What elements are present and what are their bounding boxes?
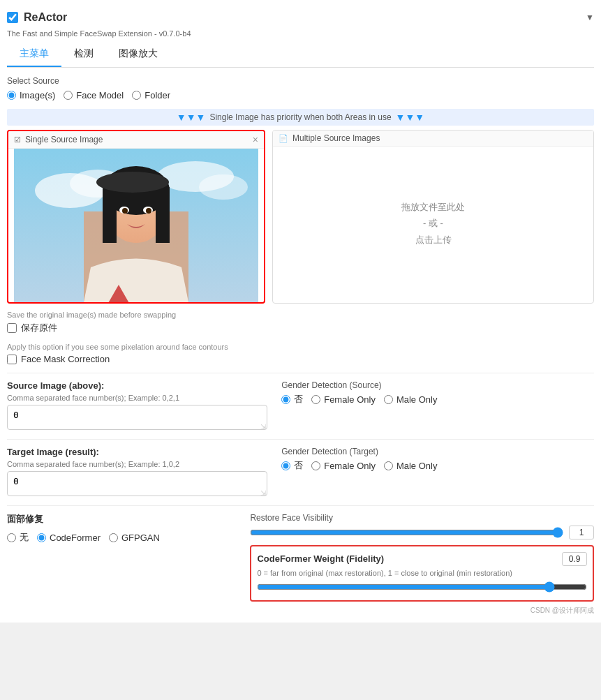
app-container: ReActor ▼ The Fast and Simple FaceSwap E… xyxy=(0,0,601,623)
source-gender-female-label: Female Only xyxy=(324,394,376,405)
app-subtitle: The Fast and Simple FaceSwap Extension -… xyxy=(7,28,594,42)
source-images-label: Image(s) xyxy=(20,90,55,100)
svg-rect-9 xyxy=(156,187,170,243)
upload-text-line2: - 或 - xyxy=(423,215,443,231)
divider-1 xyxy=(7,373,594,373)
arrow-left-icon: ▼▼▼ xyxy=(177,112,206,123)
tab-bar: 主菜单 检测 图像放大 xyxy=(7,42,594,68)
multiple-source-header: 📄 Multiple Source Images xyxy=(273,131,593,147)
source-gender-no[interactable]: 否 xyxy=(281,393,303,405)
source-image-row: Source Image (above): Comma separated fa… xyxy=(7,380,594,432)
file-icon: 📄 xyxy=(279,134,288,143)
svg-point-14 xyxy=(146,208,151,214)
codeformer-value: 0.9 xyxy=(562,552,587,566)
app-title: ReActor xyxy=(24,11,67,24)
single-source-label: Single Source Image xyxy=(25,135,103,144)
tab-upscale[interactable]: 图像放大 xyxy=(106,42,170,67)
codeformer-weight-slider[interactable] xyxy=(257,581,587,593)
target-image-row: Target Image (result): Comma separated f… xyxy=(7,447,594,498)
source-image-left: Source Image (above): Comma separated fa… xyxy=(7,380,267,432)
svg-rect-8 xyxy=(103,187,117,243)
arrow-right-icon: ▼▼▼ xyxy=(396,112,425,123)
priority-bar: ▼▼▼ Single Image has priority when both … xyxy=(7,109,594,126)
face-mask-option[interactable]: Face Mask Correction xyxy=(7,354,594,364)
target-image-right: Gender Detection (Target) 否 Female Only … xyxy=(281,447,594,498)
multiple-source-label: Multiple Source Images xyxy=(292,133,380,143)
target-gender-no-label: 否 xyxy=(294,459,303,472)
restore-visibility-label: Restore Face Visibility xyxy=(250,513,594,523)
face-restore-section: 面部修复 无 CodeFormer GFPGAN Restore Face Vi… xyxy=(7,513,594,602)
watermark: CSDN @设计师阿成 xyxy=(7,602,594,616)
face-restore-gfpgan[interactable]: GFPGAN xyxy=(109,533,160,543)
upload-drop-area[interactable]: 拖放文件至此处 - 或 - 点击上传 xyxy=(273,147,593,300)
chevron-down-icon[interactable]: ▼ xyxy=(586,13,594,22)
face-restore-codeformer[interactable]: CodeFormer xyxy=(37,533,101,543)
multiple-source-box[interactable]: 📄 Multiple Source Images 拖放文件至此处 - 或 - 点… xyxy=(272,130,594,304)
source-folder-label: Folder xyxy=(144,90,170,100)
target-resize-handle-icon: ⇲ xyxy=(260,489,266,497)
source-face-model-option[interactable]: Face Model xyxy=(64,90,124,100)
save-original-label: 保存原件 xyxy=(21,322,57,334)
target-gender-no[interactable]: 否 xyxy=(281,459,303,472)
face-mask-desc: Apply this option if you see some pixela… xyxy=(7,343,594,351)
face-mask-label: Face Mask Correction xyxy=(21,354,110,364)
source-folder-option[interactable]: Folder xyxy=(132,90,170,100)
face-restore-gfpgan-label: GFPGAN xyxy=(121,533,160,543)
face-restore-left: 面部修复 无 CodeFormer GFPGAN xyxy=(7,513,236,602)
face-restore-title: 面部修复 xyxy=(7,513,236,526)
single-source-box[interactable]: ☑ Single Source Image × xyxy=(7,130,265,304)
source-image-title: Source Image (above): xyxy=(7,380,267,391)
face-mask-checkbox[interactable] xyxy=(7,355,17,364)
single-source-header: ☑ Single Source Image × xyxy=(8,131,264,149)
svg-point-13 xyxy=(122,208,128,214)
source-gender-no-label: 否 xyxy=(294,393,303,405)
target-gender-male[interactable]: Male Only xyxy=(384,461,438,471)
restore-visibility-value: 1 xyxy=(569,526,594,539)
header-left: ReActor xyxy=(7,11,67,24)
save-original-option[interactable]: 保存原件 xyxy=(7,322,594,334)
svg-point-10 xyxy=(96,172,169,193)
source-gender-group: 否 Female Only Male Only xyxy=(281,393,594,405)
face-mask-section: Apply this option if you see some pixela… xyxy=(7,343,594,364)
target-gender-male-label: Male Only xyxy=(396,461,438,471)
save-original-desc: Save the original image(s) made before s… xyxy=(7,311,594,319)
target-face-numbers-input[interactable]: 0 xyxy=(7,471,267,496)
target-gender-label: Gender Detection (Target) xyxy=(281,447,594,456)
save-original-checkbox[interactable] xyxy=(7,323,17,333)
header: ReActor ▼ xyxy=(7,7,594,28)
target-gender-group: 否 Female Only Male Only xyxy=(281,459,594,472)
source-type-group: Image(s) Face Model Folder xyxy=(7,90,594,100)
face-restore-right: Restore Face Visibility 1 CodeFormer Wei… xyxy=(250,513,594,602)
upload-text-line1: 拖放文件至此处 xyxy=(401,199,465,215)
source-images-option[interactable]: Image(s) xyxy=(7,90,55,100)
target-image-left: Target Image (result): Comma separated f… xyxy=(7,447,267,498)
target-image-title: Target Image (result): xyxy=(7,447,267,457)
tab-detect[interactable]: 检测 xyxy=(61,42,106,67)
svg-point-4 xyxy=(199,174,248,200)
save-original-section: Save the original image(s) made before s… xyxy=(7,311,594,334)
target-gender-female[interactable]: Female Only xyxy=(311,461,376,471)
source-face-numbers-input[interactable]: 0 xyxy=(7,405,267,430)
select-source-label: Select Source xyxy=(7,76,594,86)
source-face-numbers-desc: Comma separated face number(s); Example:… xyxy=(7,394,267,402)
source-face-model-label: Face Model xyxy=(76,90,124,100)
divider-3 xyxy=(7,505,594,506)
checkbox-icon: ☑ xyxy=(14,135,21,144)
restore-visibility-slider[interactable] xyxy=(250,527,563,538)
divider-2 xyxy=(7,439,594,440)
source-gender-female[interactable]: Female Only xyxy=(311,394,376,405)
face-restore-codeformer-label: CodeFormer xyxy=(50,533,101,543)
app-enable-checkbox[interactable] xyxy=(7,12,18,23)
source-image-svg xyxy=(14,149,258,302)
target-face-numbers-desc: Comma separated face number(s); Example:… xyxy=(7,460,267,468)
close-icon[interactable]: × xyxy=(253,134,258,145)
source-face-numbers-wrapper: 0 ⇲ xyxy=(7,405,267,432)
codeformer-desc: 0 = far from original (max restoration),… xyxy=(257,569,587,577)
tab-main[interactable]: 主菜单 xyxy=(7,42,61,67)
single-source-preview[interactable] xyxy=(8,149,264,302)
source-gender-male[interactable]: Male Only xyxy=(384,394,438,405)
face-restore-group: 无 CodeFormer GFPGAN xyxy=(7,531,236,544)
select-source-section: Select Source Image(s) Face Model Folder xyxy=(7,76,594,100)
face-restore-none[interactable]: 无 xyxy=(7,531,29,544)
face-restore-none-label: 无 xyxy=(20,531,29,544)
